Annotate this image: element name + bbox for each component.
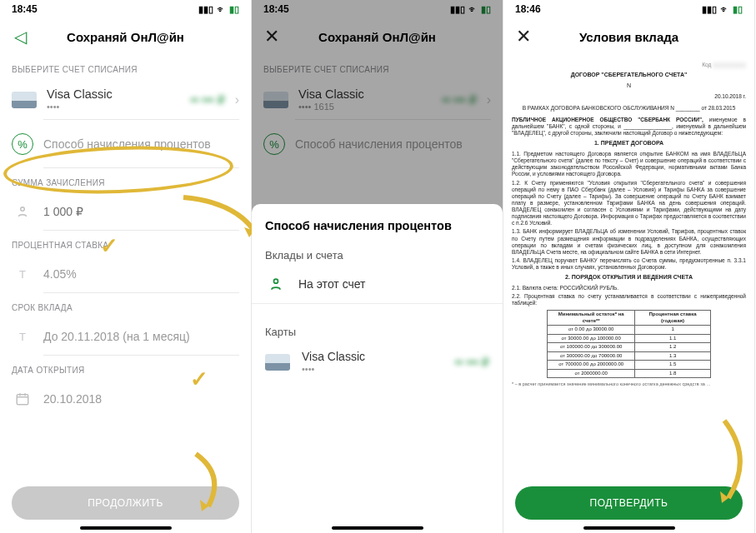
doc-footnote: * – в расчет принимается значение минима… xyxy=(512,381,746,387)
card-mask: •••• xyxy=(302,364,443,374)
doc-p22: 2.2. Процентная ставка по счету устанавл… xyxy=(512,293,746,306)
table-row: от 0.00 до 30000.001 xyxy=(548,326,711,335)
time: 18:45 xyxy=(12,3,38,15)
doc-title: ДОГОВОР "СБЕРЕГАТЕЛЬНОГО СЧЕТА" xyxy=(512,72,746,79)
th-rate: Процентная ставка (годовая) xyxy=(635,311,711,326)
open-label: ДАТА ОТКРЫТИЯ xyxy=(0,356,251,380)
th-balance: Минимальный остаток* на счете** xyxy=(548,311,635,326)
interest-method-text: Способ начисления процентов xyxy=(43,137,211,151)
doc-code-label: Код xyxy=(702,62,711,67)
amount-label: СУММА ЗАЧИСЛЕНИЯ xyxy=(0,168,251,192)
text-icon: T xyxy=(12,326,33,347)
status-bar: 18:45 ▮▮▯ ᯤ ▮▯ xyxy=(0,0,251,18)
text-icon: T xyxy=(12,263,33,285)
wifi-icon: ᯤ xyxy=(217,4,226,14)
doc-p11: 1.1. Предметом настоящего Договора являе… xyxy=(512,151,746,178)
screen-terms: 18:46 ▮▮▯ ᯤ ▮▯ ✕ Условия вклада Код ДОГО… xyxy=(503,0,755,533)
card-name: Visa Classic xyxy=(302,350,443,363)
contract-document[interactable]: Код ДОГОВОР "СБЕРЕГАТЕЛЬНОГО СЧЕТА" N 20… xyxy=(503,55,754,473)
home-indicator[interactable] xyxy=(583,526,675,530)
calendar-icon xyxy=(12,388,33,410)
doc-intro-bank: ПУБЛИЧНОЕ АКЦИОНЕРНОЕ ОБЩЕСТВО "СБЕРБАНК… xyxy=(512,117,703,122)
status-bar: 18:46 ▮▮▯ ᯤ ▮▯ xyxy=(503,0,754,18)
term-label: СРОК ВКЛАДА xyxy=(0,293,251,317)
battery-icon: ▮▯ xyxy=(229,4,239,15)
close-button[interactable]: ✕ xyxy=(513,27,533,47)
battery-icon: ▮▯ xyxy=(733,4,743,15)
sheet-group-deposits: Вклады и счета xyxy=(252,242,503,265)
doc-number: N xyxy=(512,82,746,90)
page-title: Сохраняй ОнЛ@йн xyxy=(67,30,184,44)
time: 18:46 xyxy=(515,3,541,15)
card-icon xyxy=(12,92,37,108)
table-row: от 700000.00 до 2000000.001.5 xyxy=(548,361,711,370)
nav-bar: ✕ Условия вклада xyxy=(503,18,754,55)
table-row: от 2000000.001.8 xyxy=(548,369,711,378)
open-date: 20.10.2018 xyxy=(43,392,102,406)
open-date-row: 20.10.2018 xyxy=(0,380,251,418)
doc-p14: 1.4. ВЛАДЕЛЕЦ поручает БАНКУ перечислять… xyxy=(512,257,746,271)
wifi-icon: ᯤ xyxy=(720,4,729,14)
rate-label: ПРОЦЕНТНАЯ СТАВКА xyxy=(0,231,251,255)
doc-date: 20.10.2018 г. xyxy=(512,93,746,100)
redacted xyxy=(713,62,746,68)
screen-interest-sheet: 18:45 ▮▮▯ ᯤ ▮▯ ✕ Сохраняй ОнЛ@йн ВЫБЕРИТ… xyxy=(252,0,503,533)
card-name: Visa Classic xyxy=(47,87,180,101)
percent-icon: % xyxy=(12,133,33,155)
status-icons: ▮▮▯ ᯤ ▮▯ xyxy=(198,4,239,15)
nav-bar: ◁ Сохраняй ОнЛ@йн xyxy=(0,18,251,55)
sheet-group-cards: Карты xyxy=(252,319,503,341)
wallet-icon xyxy=(12,201,33,222)
page-title: Условия вклада xyxy=(579,30,678,44)
option-this-account[interactable]: На этот счет xyxy=(252,265,503,304)
svg-point-2 xyxy=(274,279,278,283)
interest-sheet: Способ начисления процентов Вклады и сче… xyxy=(252,204,503,533)
table-row: от 100000.00 до 300000.001.2 xyxy=(548,343,711,352)
screen-deposit-form: 18:45 ▮▮▯ ᯤ ▮▯ ◁ Сохраняй ОнЛ@йн ВЫБЕРИТ… xyxy=(0,0,252,533)
doc-p13: 1.3. БАНК информирует ВЛАДЕЛЬЦА об измен… xyxy=(512,228,746,256)
amount-value: 1 000 ₽ xyxy=(43,205,83,218)
doc-p12: 1.2. К Счету применяются "Условия открыт… xyxy=(512,180,746,227)
interest-method-row[interactable]: % Способ начисления процентов xyxy=(0,120,251,168)
doc-frame: В РАМКАХ ДОГОВОРА БАНКОВСКОГО ОБСЛУЖИВАН… xyxy=(523,105,736,111)
option-card[interactable]: Visa Classic •••• •• ••• ₽ xyxy=(252,341,503,382)
account-label: ВЫБЕРИТЕ СЧЕТ СПИСАНИЯ xyxy=(0,55,251,79)
home-indicator[interactable] xyxy=(332,526,423,530)
table-row: от 300000.00 до 700000.001.3 xyxy=(548,351,711,361)
sheet-title: Способ начисления процентов xyxy=(252,217,503,242)
status-icons: ▮▮▯ ᯤ ▮▯ xyxy=(702,4,743,15)
card-balance: •• ••• ₽ xyxy=(455,356,489,369)
card-mask: •••• xyxy=(47,102,180,112)
signal-icon: ▮▮▯ xyxy=(198,4,213,15)
back-button[interactable]: ◁ xyxy=(10,27,30,47)
card-balance: •• ••• ₽ xyxy=(190,93,224,107)
rates-table: Минимальный остаток* на счете**Процентна… xyxy=(547,310,711,378)
svg-rect-1 xyxy=(17,395,28,405)
rate-value: 4.05% xyxy=(43,267,77,281)
term-value: До 20.11.2018 (на 1 месяц) xyxy=(43,330,190,343)
table-row: от 30000.00 до 100000.001.1 xyxy=(548,334,711,343)
card-icon xyxy=(265,354,290,371)
signal-icon: ▮▮▯ xyxy=(702,4,717,15)
home-indicator[interactable] xyxy=(80,526,172,530)
confirm-button[interactable]: ПОДТВЕРДИТЬ xyxy=(515,486,743,520)
chevron-right-icon: › xyxy=(235,92,239,107)
amount-row[interactable]: 1 000 ₽ xyxy=(0,192,251,231)
wallet-icon xyxy=(265,273,287,295)
svg-point-0 xyxy=(21,207,25,212)
continue-button[interactable]: ПРОДОЛЖИТЬ xyxy=(12,486,239,520)
doc-section-1: 1. ПРЕДМЕТ ДОГОВОРА xyxy=(512,140,746,147)
doc-section-2: 2. ПОРЯДОК ОТКРЫТИЯ И ВЕДЕНИЯ СЧЕТА xyxy=(512,274,746,281)
option-label: На этот счет xyxy=(298,277,366,291)
term-row[interactable]: T До 20.11.2018 (на 1 месяц) xyxy=(0,317,251,356)
doc-p21: 2.1. Валюта счета: РОССИЙСКИЙ РУБЛЬ. xyxy=(512,285,746,291)
source-account-row[interactable]: Visa Classic •••• •• ••• ₽ › xyxy=(0,79,251,120)
rate-row: T 4.05% xyxy=(0,255,251,293)
